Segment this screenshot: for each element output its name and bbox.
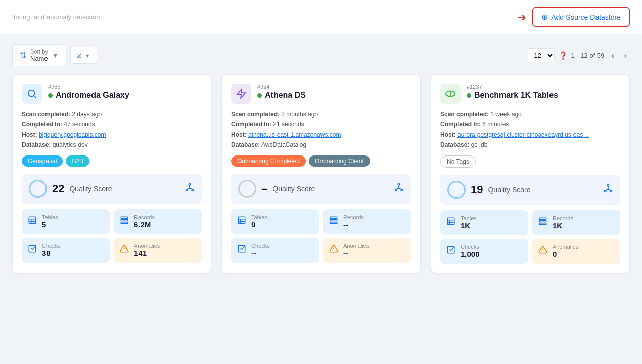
card-id: #1237	[467, 84, 620, 90]
card-id: #924	[257, 84, 411, 90]
svg-point-20	[395, 189, 397, 191]
card-2: #1237 Benchmark 1K Tables Scan completed…	[431, 74, 630, 273]
tables-value: 5	[42, 220, 58, 229]
card-1: #924 Athena DS Scan completed: 3 months …	[221, 74, 421, 273]
card-name-row: Benchmark 1K Tables	[467, 91, 620, 100]
filter-chevron-icon: ▼	[85, 53, 90, 59]
anomaly-icon	[120, 244, 129, 256]
content-area: ⇅ Sort by Name ▼ ⧖ ▼ 12 24 48 ❓ 1 - 12 o…	[0, 34, 642, 283]
hierarchy-icon[interactable]	[394, 182, 404, 195]
filter-icon: ⧖	[77, 51, 82, 60]
prev-page-button[interactable]: ‹	[608, 49, 617, 62]
hierarchy-icon[interactable]	[603, 183, 613, 196]
card-name: Athena DS	[265, 91, 306, 100]
next-page-button[interactable]: ›	[621, 49, 630, 62]
svg-rect-43	[447, 218, 454, 225]
checks-info: Checks 38	[42, 243, 61, 257]
svg-rect-25	[238, 217, 245, 224]
anomalies-label: Anomalies	[553, 244, 578, 250]
sort-by-label: Sort by	[30, 48, 48, 55]
checks-icon	[237, 244, 246, 256]
host-link[interactable]: aurora-postgresql.cluster-cthoaoxeayrd.u…	[457, 131, 589, 138]
checks-cell: Checks 1,000	[440, 239, 528, 264]
card-id: #985	[48, 84, 202, 90]
checks-icon	[28, 244, 37, 256]
quality-score-num: –	[261, 182, 267, 195]
svg-rect-31	[330, 222, 337, 223]
svg-point-39	[610, 190, 612, 192]
card-name: Benchmark 1K Tables	[474, 91, 558, 100]
anomalies-info: Anomalies 141	[134, 243, 160, 257]
add-btn-label: Add Source Datastore	[551, 13, 621, 21]
per-page-select[interactable]: 12 24 48	[528, 48, 555, 62]
quality-section: 22 Quality Score	[22, 174, 202, 204]
svg-line-24	[399, 188, 402, 190]
quality-score-label: Quality Score	[488, 186, 530, 194]
records-value: 1K	[553, 221, 573, 230]
svg-line-23	[396, 188, 399, 190]
svg-rect-47	[539, 218, 546, 219]
toolbar-right: 12 24 48 ❓ 1 - 12 of 59 ‹ ›	[528, 48, 630, 62]
records-info: Records 6.2M	[134, 214, 155, 229]
card-icon	[231, 84, 251, 104]
tag: Onboarding Client	[309, 155, 370, 167]
svg-line-7	[190, 188, 193, 190]
card-meta: Scan completed: 1 week ago Completed In:…	[440, 109, 620, 150]
checks-label: Checks	[251, 243, 270, 249]
card-header: #924 Athena DS	[231, 84, 411, 104]
anomalies-cell: Anomalies 141	[114, 238, 202, 263]
quality-left: – Quality Score	[238, 180, 315, 198]
add-source-datastore-button[interactable]: ⊕ Add Source Datastore	[532, 7, 630, 27]
svg-rect-50	[447, 246, 454, 253]
svg-point-4	[192, 189, 193, 191]
svg-point-0	[28, 90, 35, 97]
anomalies-value: --	[343, 249, 369, 257]
sort-button[interactable]: ⇅ Sort by Name ▼	[12, 44, 66, 66]
tags-area: GeospatialB2B	[22, 155, 202, 167]
pagination-range: 1 - 12 of 59	[571, 51, 605, 59]
records-info: Records 1K	[553, 215, 573, 230]
sort-icon: ⇅	[20, 50, 26, 60]
status-dot	[467, 93, 471, 98]
svg-point-38	[605, 190, 606, 192]
tag: Geospatial	[22, 155, 63, 167]
tables-label: Tables	[461, 215, 477, 221]
top-bar: itoring, and anomaly detection ➜ ⊕ Add S…	[0, 0, 642, 34]
host-link[interactable]: bigquery.googleapis.com	[39, 131, 106, 138]
table-icon	[28, 216, 37, 227]
checks-value: 38	[42, 249, 61, 257]
svg-marker-18	[237, 89, 246, 98]
records-cell: Records 1K	[532, 210, 620, 235]
stats-grid: Tables 9 Records -- Checks --	[231, 209, 411, 263]
anomalies-cell: Anomalies --	[323, 238, 411, 263]
toolbar: ⇅ Sort by Name ▼ ⧖ ▼ 12 24 48 ❓ 1 - 12 o…	[12, 44, 630, 66]
checks-value: --	[251, 249, 270, 257]
svg-rect-48	[539, 220, 546, 222]
anomalies-info: Anomalies --	[343, 243, 369, 257]
svg-rect-8	[29, 217, 36, 224]
tag: Onboarding Completed	[231, 155, 306, 167]
tables-info: Tables 9	[251, 214, 267, 229]
table-icon	[237, 216, 246, 227]
hierarchy-icon[interactable]	[185, 182, 195, 195]
svg-point-2	[189, 184, 190, 185]
host-link[interactable]: athena.us-east-1.amazonaws.com	[248, 131, 341, 138]
card-header: #985 Andromeda Galaxy	[22, 84, 202, 104]
card-name: Andromeda Galaxy	[56, 91, 129, 100]
quality-circle	[238, 180, 256, 198]
records-icon	[329, 216, 338, 227]
svg-point-3	[186, 189, 188, 191]
anomalies-info: Anomalies 0	[553, 244, 578, 258]
quality-score-num: 22	[52, 182, 64, 195]
subtitle: itoring, and anomaly detection	[12, 13, 100, 21]
records-cell: Records --	[323, 209, 411, 234]
checks-value: 1,000	[461, 250, 480, 258]
anomaly-icon	[329, 244, 338, 256]
checks-label: Checks	[461, 244, 480, 250]
filter-button[interactable]: ⧖ ▼	[70, 47, 97, 64]
question-icon: ❓	[559, 51, 567, 60]
quality-score-label: Quality Score	[272, 185, 315, 193]
anomalies-cell: Anomalies 0	[532, 239, 620, 264]
quality-circle	[29, 180, 47, 198]
arrow-icon: ➜	[518, 11, 526, 23]
